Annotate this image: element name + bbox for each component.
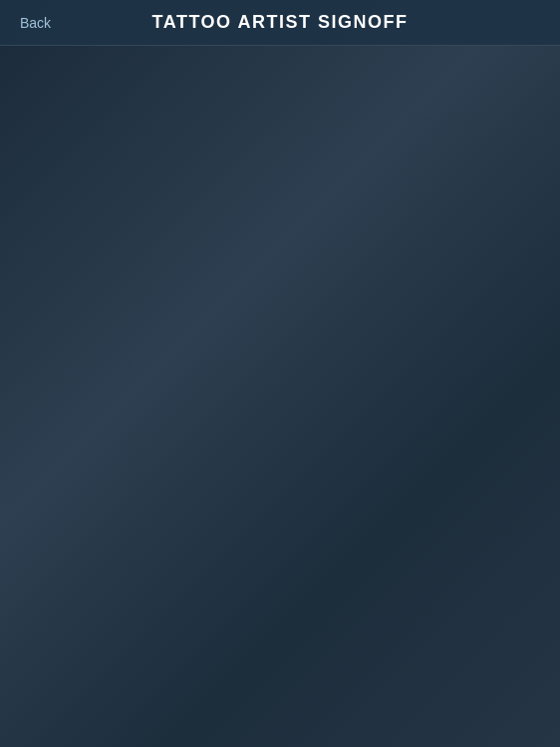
page-title: TATTOO ARTIST SIGNOFF [152,12,409,33]
app-container: Back TATTOO ARTIST SIGNOFF CLIENT INFO C… [0,0,560,747]
back-button[interactable]: Back [12,11,59,35]
background-overlay [0,0,560,747]
header: Back TATTOO ARTIST SIGNOFF [0,0,560,46]
